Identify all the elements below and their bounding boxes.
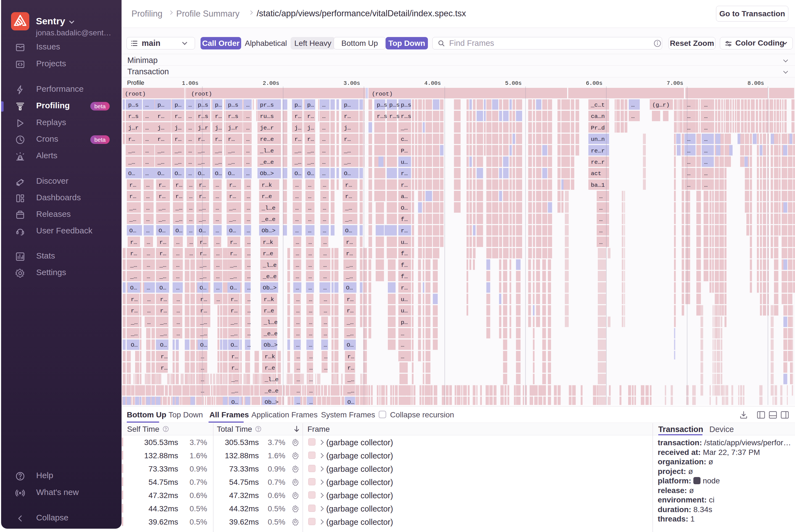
- svg-text:r…s: r…s: [389, 113, 400, 120]
- svg-text:_…: _…: [346, 319, 354, 326]
- svg-text:re…e: re…e: [260, 136, 274, 142]
- svg-text:r…: r…: [295, 136, 301, 142]
- svg-text:_…: _…: [307, 148, 314, 154]
- svg-text:p…: p…: [307, 102, 314, 108]
- svg-text:r…s: r…s: [198, 113, 208, 120]
- svg-text:…: …: [247, 273, 251, 280]
- svg-text:f…: f…: [401, 216, 408, 223]
- svg-text:…: …: [176, 297, 180, 303]
- svg-text:f…: f…: [401, 262, 408, 268]
- svg-text:…: …: [687, 159, 690, 166]
- svg-text:O…: O…: [130, 285, 137, 291]
- svg-text:r…: r…: [231, 354, 238, 360]
- svg-text:r…: r…: [198, 136, 205, 142]
- svg-text:…: …: [176, 239, 179, 246]
- svg-text:…: …: [176, 319, 180, 326]
- svg-text:…: …: [687, 102, 690, 108]
- svg-text:(g…r): (g…r): [652, 102, 669, 108]
- svg-text:…: …: [295, 228, 299, 234]
- svg-text:…: …: [189, 216, 192, 223]
- svg-text:r…e: r…e: [263, 250, 273, 257]
- svg-text:_…: _…: [159, 262, 166, 268]
- svg-text:r…: r…: [200, 239, 207, 246]
- svg-text:…: …: [296, 250, 299, 257]
- svg-text:r…: r…: [347, 308, 354, 314]
- svg-text:O…: O…: [129, 228, 136, 234]
- svg-text:r…: r…: [157, 136, 164, 142]
- svg-text:r…: r…: [230, 239, 237, 246]
- svg-text:r…: r…: [344, 113, 351, 120]
- svg-text:r…: r…: [129, 193, 136, 200]
- svg-text:_…: _…: [130, 262, 137, 268]
- svg-text:…: …: [323, 250, 327, 257]
- svg-text:re…r: re…r: [591, 159, 605, 166]
- svg-text:c…: c…: [401, 136, 408, 142]
- svg-text:_…: _…: [175, 216, 182, 223]
- svg-text:…: …: [401, 354, 404, 360]
- svg-text:…: …: [246, 159, 250, 166]
- svg-text:_…: _…: [130, 319, 137, 326]
- svg-text:O…: O…: [175, 170, 182, 177]
- svg-text:_…: _…: [160, 319, 167, 326]
- svg-text:r…: r…: [158, 182, 166, 188]
- svg-text:O…: O…: [231, 342, 238, 348]
- svg-text:…: …: [323, 239, 327, 246]
- svg-text:O…: O…: [231, 399, 238, 405]
- svg-text:…: …: [247, 216, 250, 223]
- svg-text:r…k: r…k: [265, 354, 275, 360]
- svg-text:…: …: [216, 250, 220, 257]
- svg-text:…: …: [147, 239, 150, 246]
- svg-text:r…k: r…k: [263, 239, 273, 246]
- svg-text:…: …: [309, 388, 313, 394]
- svg-text:…: …: [188, 136, 192, 142]
- svg-text:…: …: [145, 113, 149, 120]
- svg-text:…: …: [323, 228, 326, 234]
- svg-text:_…: _…: [230, 331, 238, 337]
- svg-text:_…: _…: [160, 331, 167, 337]
- svg-text:_…: _…: [230, 273, 237, 280]
- svg-text:_…: _…: [200, 331, 207, 337]
- svg-text:_…: _…: [174, 148, 182, 154]
- svg-text:_…: _…: [158, 205, 166, 211]
- svg-text:…: …: [188, 170, 192, 177]
- svg-text:…: …: [308, 273, 312, 280]
- svg-text:…: …: [324, 365, 328, 371]
- svg-text:…: …: [324, 331, 327, 337]
- svg-text:r…k: r…k: [262, 182, 272, 188]
- svg-text:…: …: [146, 228, 150, 234]
- svg-text:7.00s: 7.00s: [666, 80, 683, 87]
- svg-text:8.00s: 8.00s: [747, 80, 764, 87]
- svg-text:O…: O…: [128, 170, 135, 177]
- svg-text:…: …: [704, 136, 708, 142]
- svg-text:Pr…d: Pr…d: [591, 125, 605, 131]
- svg-text:…: …: [189, 228, 192, 234]
- svg-text:r…s: r…s: [401, 113, 411, 120]
- svg-text:_e…e: _e…e: [264, 331, 278, 337]
- svg-text:…: …: [216, 216, 219, 223]
- svg-text:…: …: [297, 354, 300, 360]
- svg-text:…: …: [216, 182, 219, 188]
- svg-text:r…: r…: [229, 193, 236, 200]
- svg-text:r…s: r…s: [128, 113, 139, 120]
- svg-text:…: …: [147, 273, 150, 280]
- svg-text:…: …: [176, 262, 179, 268]
- svg-text:…: …: [297, 399, 300, 405]
- svg-text:…: …: [189, 193, 192, 200]
- svg-text:_…: _…: [128, 159, 135, 166]
- svg-text:4.00s: 4.00s: [424, 80, 441, 87]
- svg-text:r…: r…: [229, 182, 236, 188]
- svg-text:Ob…>: Ob…>: [265, 399, 279, 405]
- svg-text:…: …: [216, 205, 219, 211]
- svg-text:O…: O…: [401, 205, 408, 211]
- svg-text:_e…e: _e…e: [262, 273, 277, 280]
- svg-text:…: …: [308, 262, 312, 268]
- svg-text:_…: _…: [129, 216, 136, 223]
- svg-text:_c…t: _c…t: [591, 102, 605, 108]
- svg-text:…: …: [147, 308, 151, 314]
- svg-text:_…: _…: [345, 262, 353, 268]
- svg-text:…: …: [147, 285, 150, 291]
- svg-text:…: …: [145, 125, 149, 131]
- svg-text:…: …: [216, 228, 219, 234]
- svg-text:…: …: [322, 136, 326, 142]
- svg-text:r…e: r…e: [265, 365, 275, 371]
